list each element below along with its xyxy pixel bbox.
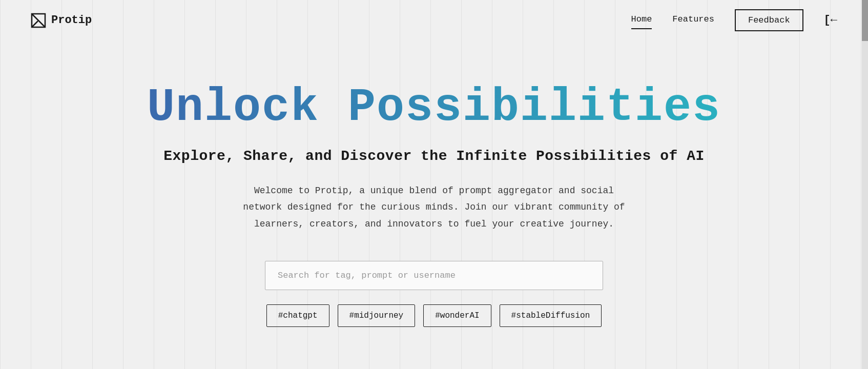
hero-subtitle: Explore, Share, and Discover the Infinit… (163, 148, 704, 164)
tag-wonderai[interactable]: #wonderAI (423, 304, 491, 327)
scrollbar-thumb[interactable] (862, 0, 868, 41)
main-content: Unlock Possibilities Explore, Share, and… (0, 40, 868, 358)
nav-links: Home Features Feedback [← (631, 9, 837, 31)
feedback-button[interactable]: Feedback (735, 9, 803, 31)
navbar: Protip Home Features Feedback [← (0, 0, 868, 40)
tag-midjourney[interactable]: #midjourney (338, 304, 416, 327)
logo-text: Protip (51, 14, 92, 27)
login-icon[interactable]: [← (824, 14, 837, 27)
search-input[interactable] (265, 261, 603, 290)
logo-icon (31, 13, 46, 28)
hero-title: Unlock Possibilities (147, 81, 721, 134)
tag-chatgpt[interactable]: #chatgpt (266, 304, 329, 327)
tags-container: #chatgpt #midjourney #wonderAI #stableDi… (266, 304, 602, 327)
search-container (265, 261, 603, 290)
nav-features-link[interactable]: Features (672, 14, 714, 26)
nav-home-link[interactable]: Home (631, 14, 652, 26)
tag-stablediffusion[interactable]: #stableDiffusion (500, 304, 602, 327)
logo-link[interactable]: Protip (31, 13, 92, 28)
hero-description: Welcome to Protip, a unique blend of pro… (234, 182, 634, 232)
svg-line-2 (32, 21, 38, 27)
scrollbar[interactable] (862, 0, 868, 369)
